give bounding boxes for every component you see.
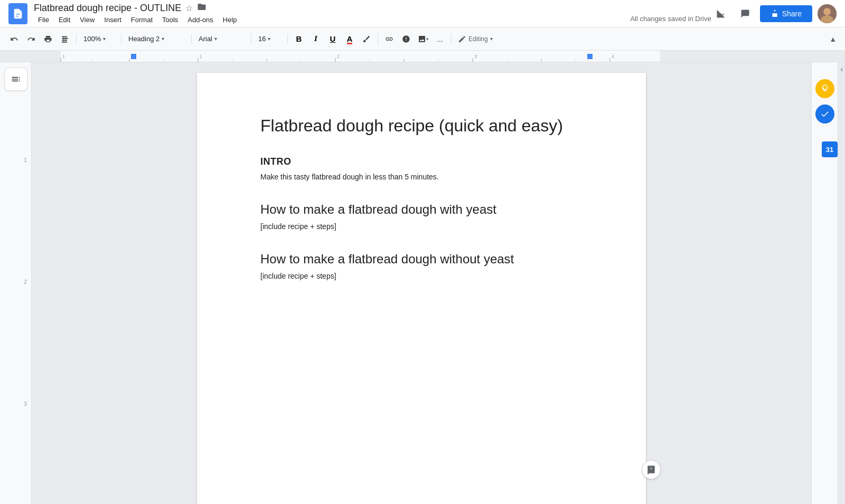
style-dropdown[interactable]: Heading 2 ▾ — [125, 31, 188, 47]
svg-rect-6 — [660, 51, 845, 62]
section-body-intro[interactable]: Make this tasty flatbread dough in less … — [260, 173, 583, 181]
svg-rect-7 — [131, 54, 136, 59]
toolbar-separator-2 — [121, 34, 121, 44]
menu-insert[interactable]: Insert — [100, 15, 126, 25]
svg-text:4: 4 — [612, 54, 614, 59]
right-sidebar: 31 — [811, 62, 838, 504]
section-body-noyeast[interactable]: [include recipe + steps] — [260, 272, 583, 280]
font-dropdown[interactable]: Arial ▾ — [195, 31, 248, 47]
svg-text:1: 1 — [200, 54, 202, 59]
user-avatar[interactable] — [818, 4, 837, 23]
lightbulb-panel-button[interactable] — [815, 79, 834, 98]
svg-text:3: 3 — [474, 54, 477, 59]
analytics-icon-btn[interactable] — [711, 4, 730, 23]
line-num-3: 3 — [24, 401, 27, 407]
bold-label: B — [296, 34, 302, 43]
section-body-yeast[interactable]: [include recipe + steps] — [260, 222, 583, 231]
svg-text:2: 2 — [337, 54, 340, 59]
font-chevron-icon: ▾ — [214, 36, 217, 42]
insert-image-button[interactable]: ▾ — [415, 31, 431, 47]
paint-format-button[interactable] — [57, 31, 73, 47]
image-chevron-icon: ▾ — [426, 36, 429, 42]
calendar-date: 31 — [826, 146, 833, 154]
menu-format[interactable]: Format — [127, 15, 157, 25]
toolbar-separator-4 — [251, 34, 251, 44]
toolbar-separator-5 — [287, 34, 288, 44]
doc-title-row: Flatbread dough recipe - OUTLINE ☆ — [34, 2, 624, 14]
undo-button[interactable] — [6, 31, 22, 47]
fontsize-dropdown[interactable]: 16 ▾ — [255, 31, 284, 47]
bold-button[interactable]: B — [291, 31, 307, 47]
section-heading-intro[interactable]: INTRO — [260, 156, 583, 167]
doc-section-intro: INTRO Make this tasty flatbread dough in… — [260, 156, 583, 181]
italic-label: I — [314, 34, 317, 43]
doc-section-yeast: How to make a flatbread dough with yeast… — [260, 202, 583, 231]
svg-rect-5 — [0, 51, 61, 62]
font-color-button[interactable]: A — [342, 31, 358, 47]
toolbar-separator-6 — [378, 34, 378, 44]
svg-point-2 — [823, 8, 831, 15]
ruler-svg: 1 1 2 3 4 — [0, 51, 845, 62]
tasks-panel-button[interactable] — [815, 104, 834, 123]
menu-bar: File Edit View Insert Format Tools Add-o… — [34, 15, 624, 25]
document-main-title[interactable]: Flatbread dough recipe (quick and easy) — [260, 115, 583, 137]
toolbar-separator-3 — [191, 34, 192, 44]
highlight-button[interactable] — [359, 31, 374, 47]
toolbar-separator-7 — [451, 34, 452, 44]
fontsize-value: 16 — [258, 35, 266, 43]
doc-page: Flatbread dough recipe (quick and easy) … — [197, 73, 646, 504]
print-button[interactable] — [40, 31, 56, 47]
outline-toggle-button[interactable] — [4, 68, 27, 91]
editing-mode-button[interactable]: Editing ▾ — [455, 33, 496, 45]
italic-button[interactable]: I — [308, 31, 324, 47]
line-num-2: 2 — [24, 279, 27, 285]
zoom-value: 100% — [83, 35, 101, 43]
doc-section-noyeast: How to make a flatbread dough without ye… — [260, 252, 583, 280]
underline-button[interactable]: U — [325, 31, 341, 47]
share-button[interactable]: Share — [760, 5, 812, 22]
toolbar: 100% ▾ Heading 2 ▾ Arial ▾ 16 ▾ B I U A — [0, 27, 845, 51]
font-color-icon: A — [347, 34, 353, 43]
add-comment-button[interactable] — [642, 460, 661, 479]
style-chevron-icon: ▾ — [162, 36, 164, 42]
doc-title-text: Flatbread dough recipe - OUTLINE — [34, 3, 181, 14]
line-numbers: 1 2 3 — [24, 157, 27, 407]
menu-edit[interactable]: Edit — [54, 15, 74, 25]
more-options-button[interactable]: ... — [432, 31, 448, 47]
section-heading-yeast[interactable]: How to make a flatbread dough with yeast — [260, 202, 583, 217]
autosave-status: All changes saved in Drive — [630, 15, 711, 24]
collapse-icon: ▲ — [829, 35, 837, 43]
app-icon — [8, 3, 27, 24]
link-button[interactable] — [381, 31, 397, 47]
underline-label: U — [330, 34, 336, 43]
menu-tools[interactable]: Tools — [158, 15, 182, 25]
right-panel-collapse-button[interactable] — [839, 66, 845, 74]
style-value: Heading 2 — [128, 35, 159, 43]
collapse-button[interactable]: ▲ — [827, 33, 839, 45]
line-num-1: 1 — [24, 157, 27, 163]
menu-help[interactable]: Help — [219, 15, 241, 25]
more-icon: ... — [437, 35, 443, 43]
insert-special-button[interactable] — [398, 31, 414, 47]
title-bar-right: Share — [711, 4, 837, 23]
editing-chevron-icon: ▾ — [490, 36, 493, 42]
fontsize-chevron-icon: ▾ — [268, 36, 270, 42]
doc-area[interactable]: Flatbread dough recipe (quick and easy) … — [32, 62, 811, 504]
section-heading-noyeast[interactable]: How to make a flatbread dough without ye… — [260, 252, 583, 267]
avatar-image — [818, 4, 837, 23]
share-label: Share — [782, 9, 802, 18]
comments-icon-btn[interactable] — [736, 4, 755, 23]
main-layout: 1 2 3 Flatbread dough recipe (quick and … — [0, 62, 845, 504]
doc-title-area: Flatbread dough recipe - OUTLINE ☆ File … — [34, 2, 624, 25]
title-bar: Flatbread dough recipe - OUTLINE ☆ File … — [0, 0, 845, 27]
far-right-panel — [838, 62, 845, 504]
redo-button[interactable] — [23, 31, 39, 47]
menu-addons[interactable]: Add-ons — [183, 15, 217, 25]
folder-icon[interactable] — [197, 2, 206, 14]
zoom-dropdown[interactable]: 100% ▾ — [80, 31, 118, 47]
menu-view[interactable]: View — [76, 15, 99, 25]
star-icon[interactable]: ☆ — [185, 3, 193, 13]
menu-file[interactable]: File — [34, 15, 53, 25]
font-value: Arial — [199, 35, 212, 43]
calendar-badge[interactable]: 31 — [822, 141, 838, 157]
